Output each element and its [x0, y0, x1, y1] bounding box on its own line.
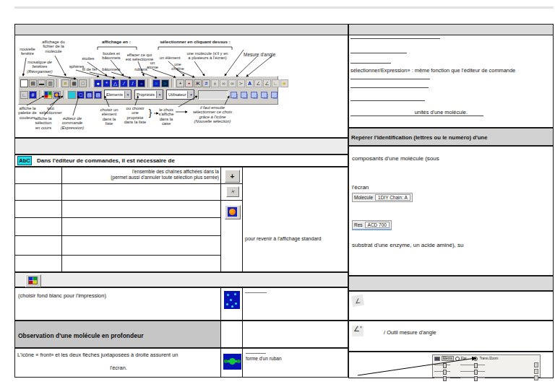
- toolbar-separator: [171, 79, 175, 87]
- chevron-down-icon[interactable]: ▼: [124, 91, 131, 98]
- add-selection-icon[interactable]: [241, 92, 247, 98]
- slider-row: [433, 362, 540, 368]
- elements-dropdown[interactable]: Eléments▼: [104, 90, 132, 100]
- label-batonnets: bâtonnets: [100, 67, 122, 71]
- select-all-icon[interactable]: □: [77, 91, 85, 99]
- composants-text: composants d'une molécule (sous: [352, 155, 439, 162]
- fill-in-line: [350, 87, 429, 88]
- label-il-faut: il faut ensuite sélectionner ce choix gr…: [189, 105, 236, 124]
- restrict-icon[interactable]: ▧: [85, 91, 93, 99]
- strands-icon[interactable]: ≈: [161, 79, 169, 87]
- select-group-icon[interactable]: ±: [211, 79, 219, 87]
- label-icon[interactable]: A: [246, 79, 254, 87]
- user-dropdown[interactable]: Utilisateur▼: [166, 90, 194, 100]
- open-folder-icon[interactable]: ▤: [29, 79, 37, 87]
- spheres-icon[interactable]: ●: [94, 79, 102, 87]
- select-atom-plus-icon[interactable]: +: [225, 170, 240, 183]
- wireframe-icon[interactable]: △: [111, 79, 119, 87]
- toolbar-separator: [39, 90, 43, 99]
- save-icon[interactable]: ▬: [38, 79, 46, 87]
- forme-ruban-text: forme d'un ruban: [246, 356, 282, 361]
- ribbon-icon-cell: [220, 348, 243, 378]
- abc-icon: AbC: [17, 156, 32, 165]
- spacefill-icon[interactable]: ●: [137, 79, 145, 87]
- paste-selection-icon[interactable]: [271, 92, 278, 98]
- unites-line: unités d'une molécule.: [350, 109, 483, 116]
- spinner[interactable]: [534, 362, 538, 367]
- slider-track[interactable]: [434, 365, 450, 365]
- right-content-cell: composants d'une molécule (sous l'écran …: [348, 146, 554, 276]
- select-dot-icon[interactable]: ●: [185, 79, 193, 87]
- grid-icon[interactable]: #: [29, 91, 37, 99]
- slider-track[interactable]: [460, 365, 485, 365]
- remove-selection-icon[interactable]: [251, 92, 257, 98]
- angle-measure-icon[interactable]: ∠: [263, 79, 271, 87]
- new-window-icon[interactable]: □: [79, 79, 87, 87]
- chevron-down-icon[interactable]: ▼: [156, 91, 163, 98]
- palette-row: [14, 272, 348, 287]
- flat-radio[interactable]: [455, 357, 460, 361]
- select-atom-icon[interactable]: +: [176, 79, 184, 87]
- pour-revenir-text: pour revenir à l'affichage standard: [245, 236, 346, 241]
- angle-measure-tool-icon[interactable]: ∠×: [352, 326, 363, 336]
- slider-track[interactable]: [434, 378, 450, 378]
- blue-molecule-icon[interactable]: [224, 291, 240, 309]
- label-affiche-selection: affiche la sélection en cours: [33, 116, 54, 130]
- slider-track[interactable]: [460, 371, 485, 372]
- spacefill-color-icon[interactable]: [53, 91, 61, 99]
- slider-track[interactable]: [460, 378, 485, 378]
- show-selection-icon[interactable]: [68, 91, 76, 99]
- palette-button[interactable]: [25, 274, 41, 287]
- toolbar-row-2: ∟#□▧▨Eléments▼Propriétés▼Utilisateur▼: [20, 89, 276, 100]
- header-affichage-en: affichage en :: [96, 40, 137, 45]
- trans-zoom-radio[interactable]: [473, 357, 478, 361]
- bond-icon[interactable]: ∞: [228, 79, 236, 87]
- spinner[interactable]: [534, 369, 538, 374]
- trans-zoom-cell: Elems Flat Trans./Zoom: [348, 352, 554, 378]
- key-icon[interactable]: ¤: [61, 79, 69, 87]
- pick-icon[interactable]: ≻: [237, 79, 245, 87]
- new-selection-icon[interactable]: [231, 92, 237, 98]
- panel-small-button[interactable]: [434, 357, 440, 361]
- stars-icon[interactable]: *: [103, 79, 111, 87]
- ribbons-icon[interactable]: ≈: [152, 79, 160, 87]
- print-icon[interactable]: ▥: [46, 79, 54, 87]
- select-element-icon[interactable]: Ж: [194, 79, 202, 87]
- angle-draw-icon[interactable]: ∠: [254, 79, 262, 87]
- properties-dropdown[interactable]: Propriétés▼: [134, 90, 163, 100]
- trans-zoom-options-row: Elems Flat Trans./Zoom: [433, 355, 540, 362]
- tile-windows-icon[interactable]: ▦: [70, 79, 78, 87]
- forme-ruban-cell: forme d'un ruban: [242, 348, 348, 378]
- reperer-text: Repérer l'identification (lettres ou le …: [351, 134, 552, 141]
- label-une-chaine: une chaîne: [170, 62, 186, 71]
- axes-icon[interactable]: ∟: [20, 91, 28, 99]
- bond-rotate-icon[interactable]: ∞: [220, 79, 228, 87]
- angle-pencil-icon[interactable]: ∠: [351, 295, 364, 308]
- label-un-element: un élément: [158, 56, 181, 60]
- select-chain-icon[interactable]: #: [202, 79, 210, 87]
- dihedral-icon[interactable]: ∟: [272, 79, 280, 87]
- label-ou-choisir: ou choisir une propriété dans la liste: [124, 106, 147, 125]
- spinner[interactable]: [534, 375, 538, 380]
- command-editor-icon[interactable]: ▨: [94, 91, 102, 99]
- ribbon-dot-left: [224, 360, 228, 363]
- chevron-down-icon[interactable]: ▼: [187, 91, 194, 98]
- slider-track[interactable]: [434, 371, 450, 372]
- grid-hline: [15, 183, 222, 184]
- ball-stick-icon[interactable]: ∕: [120, 79, 128, 87]
- spacefill-orange-icon[interactable]: [225, 205, 241, 219]
- expression-input[interactable]: [198, 90, 228, 100]
- new-file-icon[interactable]: [20, 79, 28, 87]
- sticks-icon[interactable]: /: [129, 79, 137, 87]
- left-top-gray-band: [14, 24, 348, 35]
- elems-button[interactable]: Elems: [442, 356, 454, 362]
- favorites-star-icon[interactable]: ★: [280, 79, 288, 87]
- grid-hline: [221, 183, 244, 184]
- scissors-icon[interactable]: ×: [226, 186, 239, 197]
- palette-icon[interactable]: [44, 91, 52, 99]
- toolbar-separator: [89, 79, 92, 87]
- fill-in-line: [245, 292, 267, 293]
- slider-row: [433, 368, 540, 375]
- copy-selection-icon[interactable]: [261, 92, 267, 98]
- green-ribbon-icon[interactable]: [223, 354, 241, 370]
